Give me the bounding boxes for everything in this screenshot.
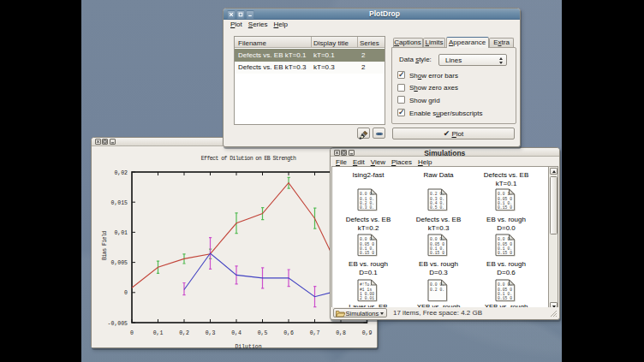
svg-text:Effect of Dilution on EB Stren: Effect of Dilution on EB Strength [201, 156, 296, 162]
svg-text:0,4: 0,4 [231, 329, 242, 335]
svg-text:-0,005: -0,005 [108, 320, 128, 326]
svg-text:0,2: 0,2 [179, 329, 189, 335]
svg-text:Bias Field: Bias Field [102, 230, 108, 260]
svg-text:0,6: 0,6 [283, 329, 294, 335]
svg-text:0.0 0.: 0.0 0. [498, 282, 512, 287]
svg-text:0.05 0: 0.05 0 [430, 242, 444, 246]
svg-text:0.0 0.: 0.0 0. [498, 237, 512, 241]
svg-text:0.3 0.: 0.3 0. [360, 205, 374, 210]
svg-text:0.1 0.: 0.1 0. [360, 197, 374, 201]
svg-text:0: 0 [124, 290, 128, 296]
svg-text:0.3 0.: 0.3 0. [430, 197, 444, 201]
svg-text:0.0 0.: 0.0 0. [360, 192, 374, 196]
svg-text:0.15 0: 0.15 0 [498, 205, 512, 210]
svg-text:0.15 0: 0.15 0 [498, 296, 512, 300]
svg-text:0.05 0: 0.05 0 [498, 242, 512, 246]
svg-text:0.0 0.: 0.0 0. [430, 237, 444, 241]
svg-text:0.0 0.: 0.0 0. [360, 237, 374, 241]
svg-text:0,3: 0,3 [206, 329, 216, 335]
svg-text:0,9: 0,9 [362, 329, 373, 335]
svg-text:0.0 0.: 0.0 0. [430, 282, 444, 287]
svg-text:0,02: 0,02 [114, 169, 128, 175]
svg-text:0.15 0: 0.15 0 [360, 251, 374, 255]
svg-text:0,8: 0,8 [336, 329, 346, 335]
svg-text:0.2 0.: 0.2 0. [430, 287, 444, 291]
svg-text:0,015: 0,015 [110, 199, 128, 205]
svg-text:#1 1s: #1 1s [360, 287, 372, 291]
svg-text:0.2 0.: 0.2 0. [430, 192, 444, 196]
svg-text:Dilution: Dilution [235, 344, 261, 348]
svg-text:0.05 0: 0.05 0 [360, 242, 374, 246]
svg-text:0,5: 0,5 [258, 329, 268, 335]
svg-text:0,1: 0,1 [153, 329, 164, 335]
svg-text:0: 0 [130, 329, 134, 335]
svg-text:0.15 0: 0.15 0 [430, 251, 444, 255]
svg-text:0.5 0.: 0.5 0. [430, 205, 444, 210]
svg-text:0.15 0: 0.15 0 [498, 251, 512, 255]
svg-text:0.05 0: 0.05 0 [498, 287, 512, 291]
svg-text:0,7: 0,7 [310, 329, 320, 335]
svg-text:0,01: 0,01 [114, 229, 128, 235]
svg-text:0,005: 0,005 [110, 260, 128, 266]
svg-text:0.05 0: 0.05 0 [498, 197, 512, 201]
svg-text:#!To.: #!To. [360, 282, 372, 287]
svg-text:0.0 1.: 0.0 1. [498, 192, 512, 196]
svg-text:2 0.01: 2 0.01 [360, 296, 374, 300]
